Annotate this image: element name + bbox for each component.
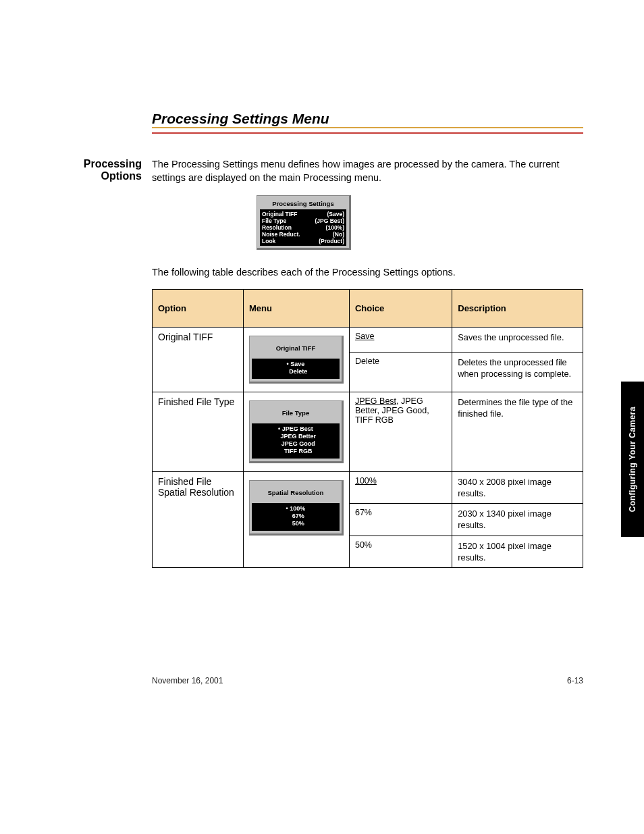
menu-item: Save (256, 361, 336, 368)
rule-gold (152, 127, 583, 128)
table-row: Original TIFF Original TIFF Save Delete … (153, 327, 583, 352)
choice-text: 100% (355, 476, 377, 486)
desc-cell: 1520 x 1004 pixel image results. (452, 536, 583, 568)
desc-cell: Determines the file type of the finished… (452, 392, 583, 471)
page: Processing Settings Menu Processing Opti… (0, 0, 644, 726)
settings-key: Resolution (262, 224, 292, 231)
col-option: Option (153, 289, 244, 327)
desc-cell: 2030 x 1340 pixel image results. (452, 504, 583, 536)
settings-val: (No) (333, 231, 344, 238)
settings-key: Original TIFF (262, 211, 297, 217)
desc-cell: 3040 x 2008 pixel image results. (452, 471, 583, 504)
intro-side-label: Processing Options (61, 158, 142, 182)
option-cell: Finished File Spatial Resolution (153, 471, 244, 568)
footer: November 16, 2001 6-13 (152, 676, 583, 685)
col-description: Description (452, 289, 583, 327)
col-choice: Choice (349, 289, 452, 327)
settings-val: (Save) (327, 211, 344, 217)
option-cell: Finished File Type (153, 392, 244, 471)
col-menu: Menu (243, 289, 349, 327)
menu-title: File Type (250, 401, 342, 423)
menu-item: Delete (256, 368, 336, 375)
original-tiff-menu: Original TIFF Save Delete (249, 336, 344, 384)
settings-key: Noise Reduct. (262, 231, 300, 238)
choice-cell: 67% (349, 504, 452, 536)
side-chapter-tab: Configuring Your Camera (621, 382, 644, 537)
title-block: Processing Settings Menu (152, 111, 338, 127)
choice-cell: 50% (349, 536, 452, 568)
processing-settings-panel: Processing Settings Original TIFF(Save) … (257, 195, 351, 250)
menu-title: Original TIFF (250, 336, 342, 359)
footer-page: 6-13 (567, 676, 583, 685)
choice-cell: Delete (349, 353, 452, 392)
menu-item: JPEG Better (256, 433, 336, 440)
desc-cell: Saves the unprocessed file. (452, 327, 583, 352)
menu-title: Spatial Resolution (250, 481, 342, 503)
settings-val: (Product) (319, 238, 344, 244)
settings-panel-title: Processing Settings (260, 199, 346, 209)
menu-cell: Spatial Resolution 100% 67% 50% (243, 471, 349, 568)
menu-item: 50% (256, 520, 336, 527)
table-row: Finished File Spatial Resolution Spatial… (153, 471, 583, 504)
menu-cell: File Type JPEG Best JPEG Better JPEG Goo… (243, 392, 349, 471)
settings-table: Option Menu Choice Description Original … (152, 289, 583, 569)
settings-val: (100%) (326, 224, 344, 231)
side-tab-label: Configuring Your Camera (628, 407, 637, 512)
rule-red (152, 132, 583, 134)
intro-paragraph: The Processing Settings menu defines how… (152, 158, 583, 184)
table-row: Finished File Type File Type JPEG Best J… (153, 392, 583, 471)
menu-cell: Original TIFF Save Delete (243, 327, 349, 392)
choice-cell: JPEG Best, JPEG Better, JPEG Good, TIFF … (349, 392, 452, 471)
menu-item: TIFF RGB (256, 448, 336, 455)
section-title: Processing Settings Menu (152, 111, 329, 126)
menu-item: 67% (256, 513, 336, 520)
menu-item: 100% (256, 505, 336, 513)
settings-key: File Type (262, 217, 286, 224)
menu-item: JPEG Good (256, 440, 336, 448)
settings-key: Look (262, 238, 275, 244)
spatial-resolution-menu: Spatial Resolution 100% 67% 50% (249, 480, 344, 536)
lead-paragraph: The following table describes each of th… (152, 266, 583, 280)
choice-cell: Save (349, 327, 452, 352)
choice-text: Save (355, 332, 375, 341)
settings-panel-lcd: Original TIFF(Save) File Type(JPG Best) … (260, 209, 346, 246)
file-type-menu: File Type JPEG Best JPEG Better JPEG Goo… (249, 400, 344, 463)
option-cell: Original TIFF (153, 327, 244, 392)
desc-cell: Deletes the unprocessed file when proces… (452, 353, 583, 392)
footer-date: November 16, 2001 (152, 676, 223, 685)
choice-cell: 100% (349, 471, 452, 504)
menu-item: JPEG Best (256, 425, 336, 433)
settings-val: (JPG Best) (315, 217, 344, 224)
choice-underlined: JPEG Best (355, 396, 396, 406)
